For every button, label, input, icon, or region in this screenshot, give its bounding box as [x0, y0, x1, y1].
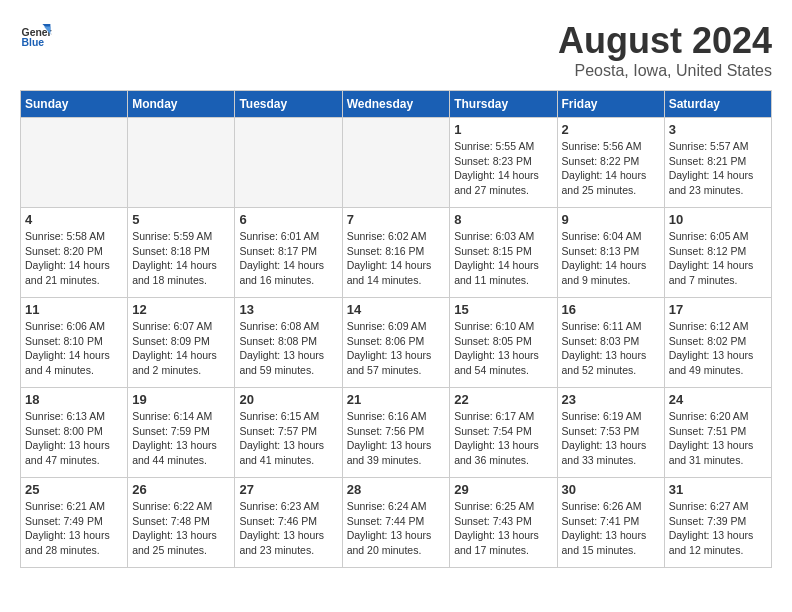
month-year-title: August 2024	[558, 20, 772, 62]
page-header: General Blue August 2024 Peosta, Iowa, U…	[20, 20, 772, 80]
day-number: 23	[562, 392, 660, 407]
day-info: Sunrise: 6:20 AMSunset: 7:51 PMDaylight:…	[669, 409, 767, 468]
weekday-header-sunday: Sunday	[21, 91, 128, 118]
day-number: 9	[562, 212, 660, 227]
day-cell: 18Sunrise: 6:13 AMSunset: 8:00 PMDayligh…	[21, 388, 128, 478]
svg-text:Blue: Blue	[22, 37, 45, 48]
day-info: Sunrise: 6:04 AMSunset: 8:13 PMDaylight:…	[562, 229, 660, 288]
day-info: Sunrise: 6:01 AMSunset: 8:17 PMDaylight:…	[239, 229, 337, 288]
day-info: Sunrise: 6:08 AMSunset: 8:08 PMDaylight:…	[239, 319, 337, 378]
day-number: 30	[562, 482, 660, 497]
day-cell: 14Sunrise: 6:09 AMSunset: 8:06 PMDayligh…	[342, 298, 450, 388]
day-cell: 9Sunrise: 6:04 AMSunset: 8:13 PMDaylight…	[557, 208, 664, 298]
day-cell: 11Sunrise: 6:06 AMSunset: 8:10 PMDayligh…	[21, 298, 128, 388]
day-info: Sunrise: 6:15 AMSunset: 7:57 PMDaylight:…	[239, 409, 337, 468]
day-cell: 16Sunrise: 6:11 AMSunset: 8:03 PMDayligh…	[557, 298, 664, 388]
day-number: 3	[669, 122, 767, 137]
day-cell: 20Sunrise: 6:15 AMSunset: 7:57 PMDayligh…	[235, 388, 342, 478]
day-cell: 30Sunrise: 6:26 AMSunset: 7:41 PMDayligh…	[557, 478, 664, 568]
day-info: Sunrise: 6:25 AMSunset: 7:43 PMDaylight:…	[454, 499, 552, 558]
day-info: Sunrise: 6:13 AMSunset: 8:00 PMDaylight:…	[25, 409, 123, 468]
day-number: 11	[25, 302, 123, 317]
day-number: 15	[454, 302, 552, 317]
day-info: Sunrise: 6:22 AMSunset: 7:48 PMDaylight:…	[132, 499, 230, 558]
day-cell: 25Sunrise: 6:21 AMSunset: 7:49 PMDayligh…	[21, 478, 128, 568]
day-number: 1	[454, 122, 552, 137]
day-info: Sunrise: 6:23 AMSunset: 7:46 PMDaylight:…	[239, 499, 337, 558]
day-number: 20	[239, 392, 337, 407]
day-cell: 8Sunrise: 6:03 AMSunset: 8:15 PMDaylight…	[450, 208, 557, 298]
week-row-3: 11Sunrise: 6:06 AMSunset: 8:10 PMDayligh…	[21, 298, 772, 388]
day-info: Sunrise: 6:06 AMSunset: 8:10 PMDaylight:…	[25, 319, 123, 378]
day-number: 14	[347, 302, 446, 317]
day-cell: 5Sunrise: 5:59 AMSunset: 8:18 PMDaylight…	[128, 208, 235, 298]
title-section: August 2024 Peosta, Iowa, United States	[558, 20, 772, 80]
weekday-header-friday: Friday	[557, 91, 664, 118]
day-number: 17	[669, 302, 767, 317]
day-cell: 31Sunrise: 6:27 AMSunset: 7:39 PMDayligh…	[664, 478, 771, 568]
day-number: 26	[132, 482, 230, 497]
day-info: Sunrise: 6:11 AMSunset: 8:03 PMDaylight:…	[562, 319, 660, 378]
day-cell: 1Sunrise: 5:55 AMSunset: 8:23 PMDaylight…	[450, 118, 557, 208]
day-info: Sunrise: 6:14 AMSunset: 7:59 PMDaylight:…	[132, 409, 230, 468]
day-cell: 12Sunrise: 6:07 AMSunset: 8:09 PMDayligh…	[128, 298, 235, 388]
day-cell	[128, 118, 235, 208]
day-number: 7	[347, 212, 446, 227]
day-number: 6	[239, 212, 337, 227]
day-cell: 26Sunrise: 6:22 AMSunset: 7:48 PMDayligh…	[128, 478, 235, 568]
day-number: 21	[347, 392, 446, 407]
day-cell: 22Sunrise: 6:17 AMSunset: 7:54 PMDayligh…	[450, 388, 557, 478]
day-cell: 2Sunrise: 5:56 AMSunset: 8:22 PMDaylight…	[557, 118, 664, 208]
weekday-header-saturday: Saturday	[664, 91, 771, 118]
weekday-header-wednesday: Wednesday	[342, 91, 450, 118]
day-cell: 23Sunrise: 6:19 AMSunset: 7:53 PMDayligh…	[557, 388, 664, 478]
week-row-1: 1Sunrise: 5:55 AMSunset: 8:23 PMDaylight…	[21, 118, 772, 208]
day-number: 24	[669, 392, 767, 407]
day-number: 2	[562, 122, 660, 137]
day-info: Sunrise: 5:56 AMSunset: 8:22 PMDaylight:…	[562, 139, 660, 198]
day-cell: 15Sunrise: 6:10 AMSunset: 8:05 PMDayligh…	[450, 298, 557, 388]
day-info: Sunrise: 6:03 AMSunset: 8:15 PMDaylight:…	[454, 229, 552, 288]
day-number: 5	[132, 212, 230, 227]
day-number: 12	[132, 302, 230, 317]
day-info: Sunrise: 6:05 AMSunset: 8:12 PMDaylight:…	[669, 229, 767, 288]
day-info: Sunrise: 5:57 AMSunset: 8:21 PMDaylight:…	[669, 139, 767, 198]
day-info: Sunrise: 6:12 AMSunset: 8:02 PMDaylight:…	[669, 319, 767, 378]
day-info: Sunrise: 5:59 AMSunset: 8:18 PMDaylight:…	[132, 229, 230, 288]
calendar-table: SundayMondayTuesdayWednesdayThursdayFrid…	[20, 90, 772, 568]
day-info: Sunrise: 6:27 AMSunset: 7:39 PMDaylight:…	[669, 499, 767, 558]
day-number: 4	[25, 212, 123, 227]
day-number: 28	[347, 482, 446, 497]
day-cell	[21, 118, 128, 208]
day-cell: 6Sunrise: 6:01 AMSunset: 8:17 PMDaylight…	[235, 208, 342, 298]
day-info: Sunrise: 6:02 AMSunset: 8:16 PMDaylight:…	[347, 229, 446, 288]
logo-icon: General Blue	[20, 20, 52, 52]
day-cell: 13Sunrise: 6:08 AMSunset: 8:08 PMDayligh…	[235, 298, 342, 388]
weekday-header-row: SundayMondayTuesdayWednesdayThursdayFrid…	[21, 91, 772, 118]
day-info: Sunrise: 6:17 AMSunset: 7:54 PMDaylight:…	[454, 409, 552, 468]
day-cell: 29Sunrise: 6:25 AMSunset: 7:43 PMDayligh…	[450, 478, 557, 568]
week-row-4: 18Sunrise: 6:13 AMSunset: 8:00 PMDayligh…	[21, 388, 772, 478]
day-info: Sunrise: 6:09 AMSunset: 8:06 PMDaylight:…	[347, 319, 446, 378]
day-cell	[235, 118, 342, 208]
day-number: 10	[669, 212, 767, 227]
day-cell: 10Sunrise: 6:05 AMSunset: 8:12 PMDayligh…	[664, 208, 771, 298]
day-number: 29	[454, 482, 552, 497]
weekday-header-thursday: Thursday	[450, 91, 557, 118]
day-info: Sunrise: 6:10 AMSunset: 8:05 PMDaylight:…	[454, 319, 552, 378]
logo: General Blue	[20, 20, 52, 52]
day-cell: 4Sunrise: 5:58 AMSunset: 8:20 PMDaylight…	[21, 208, 128, 298]
day-cell: 21Sunrise: 6:16 AMSunset: 7:56 PMDayligh…	[342, 388, 450, 478]
day-number: 25	[25, 482, 123, 497]
day-cell: 3Sunrise: 5:57 AMSunset: 8:21 PMDaylight…	[664, 118, 771, 208]
day-info: Sunrise: 6:21 AMSunset: 7:49 PMDaylight:…	[25, 499, 123, 558]
day-info: Sunrise: 5:58 AMSunset: 8:20 PMDaylight:…	[25, 229, 123, 288]
day-number: 31	[669, 482, 767, 497]
day-cell: 24Sunrise: 6:20 AMSunset: 7:51 PMDayligh…	[664, 388, 771, 478]
day-number: 19	[132, 392, 230, 407]
day-cell	[342, 118, 450, 208]
day-info: Sunrise: 5:55 AMSunset: 8:23 PMDaylight:…	[454, 139, 552, 198]
day-number: 22	[454, 392, 552, 407]
day-info: Sunrise: 6:19 AMSunset: 7:53 PMDaylight:…	[562, 409, 660, 468]
day-info: Sunrise: 6:07 AMSunset: 8:09 PMDaylight:…	[132, 319, 230, 378]
